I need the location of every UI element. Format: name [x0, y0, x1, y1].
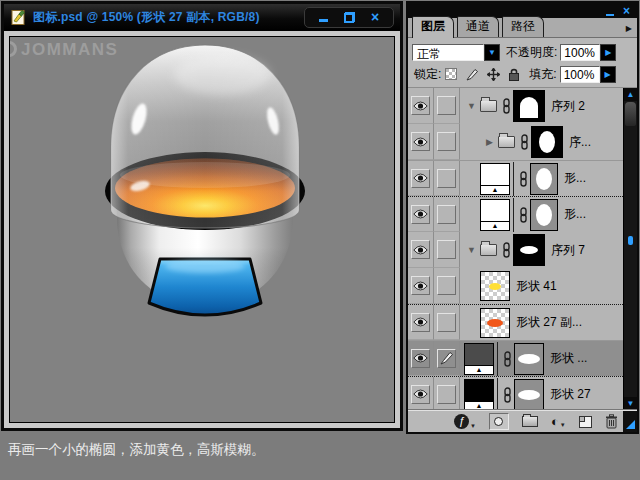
opacity-field[interactable]: 100%: [560, 44, 600, 61]
visibility-eye-icon[interactable]: [411, 96, 430, 115]
active-paintbrush-icon[interactable]: [437, 349, 456, 368]
layer-name[interactable]: 序列 2: [551, 98, 585, 115]
visibility-eye-icon[interactable]: [411, 132, 430, 151]
fill-color-thumbnail[interactable]: ▲: [480, 199, 510, 231]
vector-mask-thumbnail[interactable]: [530, 163, 558, 195]
group-mask-thumbnail[interactable]: [513, 234, 545, 266]
new-group-button[interactable]: [522, 416, 538, 427]
minimize-icon: [319, 19, 328, 22]
canvas[interactable]: JOMMANS: [9, 36, 395, 423]
layer-name[interactable]: 序列 7: [551, 242, 585, 259]
link-well[interactable]: [437, 240, 456, 259]
minimize-button[interactable]: [315, 11, 331, 24]
layer-row-shape-b[interactable]: ▲ 形...: [408, 196, 623, 232]
delete-layer-button[interactable]: [605, 414, 618, 429]
layer-name[interactable]: 形...: [564, 206, 586, 223]
link-well[interactable]: [437, 205, 456, 224]
panel-close-button[interactable]: ×: [623, 6, 630, 16]
link-well[interactable]: [437, 385, 456, 404]
vector-mask-thumbnail[interactable]: [514, 343, 544, 375]
blend-mode-select[interactable]: 正常: [412, 44, 484, 61]
opacity-spinner-icon[interactable]: ▶: [600, 44, 616, 61]
visibility-eye-icon[interactable]: [411, 240, 430, 259]
panel-minimize-button[interactable]: [606, 2, 614, 20]
scrollbar-thumb[interactable]: [625, 102, 636, 126]
scroll-up-icon[interactable]: ▲: [624, 88, 637, 101]
lock-image-brush-icon[interactable]: [465, 67, 479, 81]
panel-resize-grip[interactable]: [623, 411, 637, 432]
new-layer-button[interactable]: [579, 416, 592, 428]
visibility-eye-icon[interactable]: [411, 276, 430, 295]
folder-icon: [480, 100, 497, 112]
minimize-icon: [606, 14, 614, 16]
tab-layers[interactable]: 图层: [412, 16, 454, 38]
group-mask-thumbnail[interactable]: [513, 90, 545, 122]
fill-color-thumbnail[interactable]: ▲: [464, 379, 494, 411]
layer-name[interactable]: 形...: [564, 170, 586, 187]
layer-style-fx-button[interactable]: ƒ▼: [454, 414, 476, 429]
lock-all-padlock-icon[interactable]: [507, 67, 521, 81]
trash-icon: [605, 414, 618, 429]
link-well[interactable]: [437, 313, 456, 332]
vector-mask-thumbnail[interactable]: [514, 379, 544, 411]
link-chain-icon: [503, 387, 512, 403]
visibility-eye-icon[interactable]: [411, 385, 430, 404]
lock-position-move-icon[interactable]: [486, 67, 500, 81]
expand-closed-icon[interactable]: ▶: [484, 137, 495, 147]
layers-panel: × 图层 通道 路径 ▶ 正常 ▼ 不透明度: 100% ▶ 锁定:: [406, 1, 639, 434]
blend-mode-dropdown-icon[interactable]: ▼: [484, 44, 500, 61]
layer-name[interactable]: 形状 41: [516, 278, 557, 295]
scroll-down-icon[interactable]: ▼: [624, 397, 637, 410]
layer-row-shape-a[interactable]: ▲ 形...: [408, 160, 623, 196]
vector-mask-thumbnail[interactable]: [530, 199, 558, 231]
layer-controls: 正常 ▼ 不透明度: 100% ▶ 锁定:: [408, 38, 637, 88]
fill-color-thumbnail[interactable]: ▲: [464, 343, 494, 375]
layers-list: ▼ 序列 2 ▶: [408, 88, 637, 410]
layer-name[interactable]: 形状 27: [550, 386, 591, 403]
folder-icon: [498, 136, 515, 148]
visibility-eye-icon[interactable]: [411, 205, 430, 224]
layer-row-group-xulie2[interactable]: ▼ 序列 2: [408, 88, 623, 124]
layer-row-group-xulie7[interactable]: ▼ 序列 7: [408, 232, 623, 268]
tab-paths[interactable]: 路径: [502, 16, 544, 37]
expand-open-icon[interactable]: ▼: [466, 245, 477, 255]
layer-row-shape41[interactable]: 形状 41: [408, 268, 623, 304]
link-well[interactable]: [437, 132, 456, 151]
add-layer-mask-button[interactable]: [489, 413, 509, 430]
link-well[interactable]: [437, 276, 456, 295]
expand-open-icon[interactable]: ▼: [466, 101, 477, 111]
visibility-eye-icon[interactable]: [411, 349, 430, 368]
fill-field[interactable]: 100%: [560, 66, 600, 83]
layer-row-active-shape[interactable]: ▲ 形状 ...: [408, 340, 623, 376]
window-controls: ×: [304, 7, 394, 28]
restore-button[interactable]: [341, 11, 357, 24]
visibility-eye-icon[interactable]: [411, 313, 430, 332]
layers-scrollbar[interactable]: ▲ ▼: [623, 88, 637, 410]
panel-menu-icon[interactable]: ▶: [626, 24, 632, 33]
link-chain-icon: [519, 171, 528, 187]
link-chain-icon: [519, 207, 528, 223]
document-titlebar[interactable]: 图标.psd @ 150% (形状 27 副本, RGB/8) ×: [4, 4, 400, 31]
layer-row-shape27-copy[interactable]: 形状 27 副...: [408, 304, 623, 340]
layer-row-group-xu[interactable]: ▶ 序...: [408, 124, 623, 160]
layer-thumbnail[interactable]: [480, 308, 510, 338]
layer-row-shape27[interactable]: ▲ 形状 27: [408, 376, 623, 410]
panel-tabs: 图层 通道 路径 ▶: [408, 18, 637, 38]
close-icon: ×: [371, 12, 379, 23]
layer-name[interactable]: 形状 27 副...: [516, 314, 582, 331]
lock-transparency-icon[interactable]: [444, 67, 458, 81]
layer-name[interactable]: 序...: [569, 134, 591, 151]
adjustment-layer-button[interactable]: ◐▼: [551, 415, 566, 428]
visibility-eye-icon[interactable]: [411, 169, 430, 188]
fill-color-thumbnail[interactable]: ▲: [480, 163, 510, 195]
fill-spinner-icon[interactable]: ▶: [600, 66, 616, 83]
layer-thumbnail[interactable]: [480, 271, 510, 301]
group-mask-thumbnail[interactable]: [531, 126, 563, 158]
link-well[interactable]: [437, 96, 456, 115]
tab-channels[interactable]: 通道: [457, 16, 499, 37]
close-button[interactable]: ×: [367, 11, 383, 24]
layer-name[interactable]: 形状 ...: [550, 350, 587, 367]
link-well[interactable]: [437, 169, 456, 188]
folder-icon: [480, 244, 497, 256]
link-chain-icon: [503, 351, 512, 367]
